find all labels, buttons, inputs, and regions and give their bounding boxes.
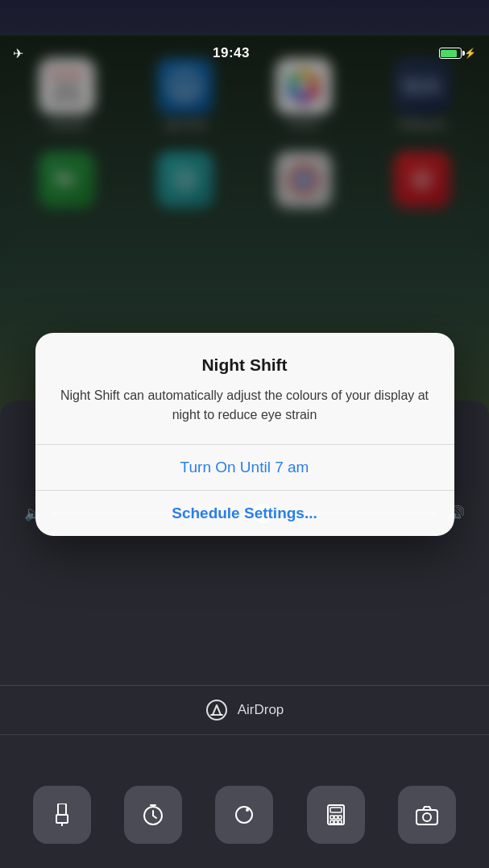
schedule-settings-button[interactable]: Schedule Settings...: [35, 491, 454, 536]
turn-on-until-button[interactable]: Turn On Until 7 am: [35, 445, 454, 490]
night-shift-modal: Night Shift Night Shift can automaticall…: [35, 333, 454, 536]
modal-title: Night Shift: [58, 355, 432, 375]
modal-backdrop: Night Shift Night Shift can automaticall…: [0, 0, 489, 868]
modal-body: Night Shift can automatically adjust the…: [58, 386, 432, 425]
modal-content: Night Shift Night Shift can automaticall…: [35, 333, 454, 425]
